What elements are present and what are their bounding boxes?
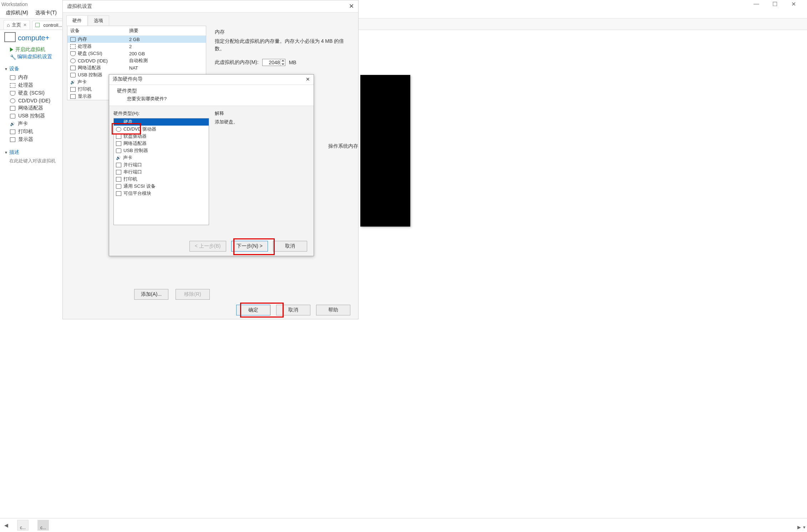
hw-row-disk[interactable]: 硬盘 (SCSI) 200 GB xyxy=(67,50,206,57)
wrench-icon: 🔧 xyxy=(10,54,15,59)
edit-settings-link[interactable]: 🔧 编辑虚拟机设置 xyxy=(10,54,61,60)
cd-icon xyxy=(116,127,121,132)
device-memory[interactable]: 内存 xyxy=(4,74,61,81)
prev-button[interactable]: < 上一步(B) xyxy=(189,241,226,252)
hwtype-net-label: 网络适配器 xyxy=(123,140,147,147)
tab-controller-label: controll... xyxy=(43,22,62,28)
thumbnail-2[interactable]: c... xyxy=(37,520,49,531)
description-header[interactable]: ▼ 描述 xyxy=(4,149,61,156)
vm-preview-thumbnail xyxy=(360,75,410,227)
device-cpu-label: 处理器 xyxy=(18,82,33,88)
explain-label: 解释 xyxy=(215,110,238,117)
hwtype-usb[interactable]: USB 控制器 xyxy=(114,147,209,154)
devices-header-label: 设备 xyxy=(9,66,19,72)
sound-icon: 🔊 xyxy=(10,122,15,126)
device-cd[interactable]: CD/DVD (IDE) xyxy=(4,97,61,104)
close-icon[interactable]: ✕ xyxy=(789,1,798,7)
memory-input[interactable]: 2048 xyxy=(262,59,285,66)
device-display[interactable]: 显示器 xyxy=(4,136,61,143)
wizard-cancel-button[interactable]: 取消 xyxy=(273,241,307,252)
wizard-close-icon[interactable]: ✕ xyxy=(306,76,310,82)
hwtype-sound-label: 声卡 xyxy=(123,154,132,161)
tab-controller[interactable]: controll... xyxy=(32,21,65,29)
memory-pane-title: 内存 xyxy=(215,29,354,35)
wizard-titlebar: 添加硬件向导 ✕ xyxy=(109,75,314,85)
vm-name: compute+ xyxy=(18,34,49,42)
hardware-type-list[interactable]: 硬盘 CD/DVD 驱动器 软盘驱动器 网络适配器 USB 控制器 🔊声卡 并行… xyxy=(113,118,209,225)
hwtype-ser[interactable]: 串行端口 xyxy=(114,168,209,176)
menu-tabs[interactable]: 选项卡(T) xyxy=(35,10,57,16)
thumb-prev-icon[interactable]: ◀ xyxy=(4,522,8,528)
maximize-icon[interactable]: ☐ xyxy=(771,1,779,7)
hwtype-par[interactable]: 并行端口 xyxy=(114,161,209,168)
device-cpu[interactable]: 处理器 xyxy=(4,81,61,89)
device-sound[interactable]: 🔊声卡 xyxy=(4,120,61,128)
settings-tabs: 硬件 选项 xyxy=(63,12,358,26)
hw-row-cd[interactable]: CD/DVD (IDE) 自动检测 xyxy=(67,57,206,64)
add-hardware-label: 添加(A)... xyxy=(141,291,162,297)
printer-icon xyxy=(70,87,76,92)
cd-icon xyxy=(70,59,76,63)
tab-home-close-icon[interactable]: ✕ xyxy=(23,22,27,27)
add-hardware-button[interactable]: 添加(A)... xyxy=(134,289,168,300)
hwtype-scsi[interactable]: 通用 SCSI 设备 xyxy=(114,183,209,190)
tab-home[interactable]: ⌂ 主页 ✕ xyxy=(4,20,30,30)
hw-sound-label: 声卡 xyxy=(77,79,87,85)
tab-options[interactable]: 选项 xyxy=(88,15,109,26)
minimize-icon[interactable]: — xyxy=(752,1,761,7)
hwtype-hdd[interactable]: 硬盘 xyxy=(114,118,209,126)
ok-label: 确定 xyxy=(248,307,258,313)
cancel-button[interactable]: 取消 xyxy=(276,305,310,315)
hw-disk-label: 硬盘 (SCSI) xyxy=(78,50,102,57)
device-usb[interactable]: USB 控制器 xyxy=(4,112,61,120)
next-button[interactable]: 下一步(N) > xyxy=(231,241,268,252)
hwtype-floppy[interactable]: 软盘驱动器 xyxy=(114,133,209,140)
col-summary: 摘要 xyxy=(129,27,203,34)
hwtype-cd[interactable]: CD/DVD 驱动器 xyxy=(114,126,209,133)
hw-row-cpu[interactable]: 处理器 2 xyxy=(67,43,206,50)
settings-titlebar: 虚拟机设置 ✕ xyxy=(63,0,358,12)
hwtype-net[interactable]: 网络适配器 xyxy=(114,140,209,147)
thumbnail-1[interactable]: c... xyxy=(17,520,29,531)
os-memory-note: 操作系统内存 xyxy=(328,143,358,150)
memory-pane-desc: 指定分配给此虚拟机的内存量。内存大小必须为 4 MB 的倍数。 xyxy=(215,37,354,52)
tab-hardware[interactable]: 硬件 xyxy=(66,15,88,26)
wizard-cancel-label: 取消 xyxy=(285,243,295,249)
chevron-down-icon: ▼ xyxy=(4,67,8,71)
memory-spinner-icon[interactable] xyxy=(280,59,285,66)
parallel-port-icon xyxy=(116,163,121,167)
device-printer[interactable]: 打印机 xyxy=(4,128,61,136)
device-net[interactable]: 网络适配器 xyxy=(4,104,61,112)
devices-header[interactable]: ▼ 设备 xyxy=(4,66,61,72)
cpu-icon xyxy=(70,44,76,49)
thumb-menu-icon[interactable]: ▾ xyxy=(803,525,806,530)
device-disk[interactable]: 硬盘 (SCSI) xyxy=(4,89,61,97)
description-header-label: 描述 xyxy=(9,149,19,156)
usb-icon xyxy=(10,114,15,118)
hw-cd-label: CD/DVD (IDE) xyxy=(78,58,108,64)
memory-icon xyxy=(70,37,76,42)
settings-close-icon[interactable]: ✕ xyxy=(349,2,354,10)
remove-hardware-button[interactable]: 移除(R) xyxy=(176,289,210,300)
thumb-next-icon[interactable]: ▶ xyxy=(797,525,801,530)
hwtype-tpm[interactable]: 可信平台模块 xyxy=(114,190,209,197)
network-icon xyxy=(70,66,76,70)
hwtype-sound[interactable]: 🔊声卡 xyxy=(114,154,209,161)
hw-row-memory[interactable]: 内存 2 GB xyxy=(67,36,206,43)
menu-vm[interactable]: 虚拟机(M) xyxy=(6,10,28,16)
disk-icon xyxy=(116,120,121,125)
hardware-list-header: 设备 摘要 xyxy=(67,26,206,36)
network-icon xyxy=(116,141,121,146)
floppy-icon xyxy=(116,134,121,139)
description-hint[interactable]: 在此处键入对该虚拟机 xyxy=(4,158,61,164)
edit-settings-label: 编辑虚拟机设置 xyxy=(17,54,52,60)
power-on-link[interactable]: 开启此虚拟机 xyxy=(10,46,61,53)
memory-icon xyxy=(10,75,15,80)
ok-button[interactable]: 确定 xyxy=(236,305,270,315)
tpm-icon xyxy=(116,191,121,196)
wizard-title: 添加硬件向导 xyxy=(113,76,143,82)
help-button[interactable]: 帮助 xyxy=(316,305,350,315)
hw-row-net[interactable]: 网络适配器 NAT xyxy=(67,64,206,71)
tab-home-label: 主页 xyxy=(12,22,21,28)
hwtype-printer[interactable]: 打印机 xyxy=(114,176,209,183)
